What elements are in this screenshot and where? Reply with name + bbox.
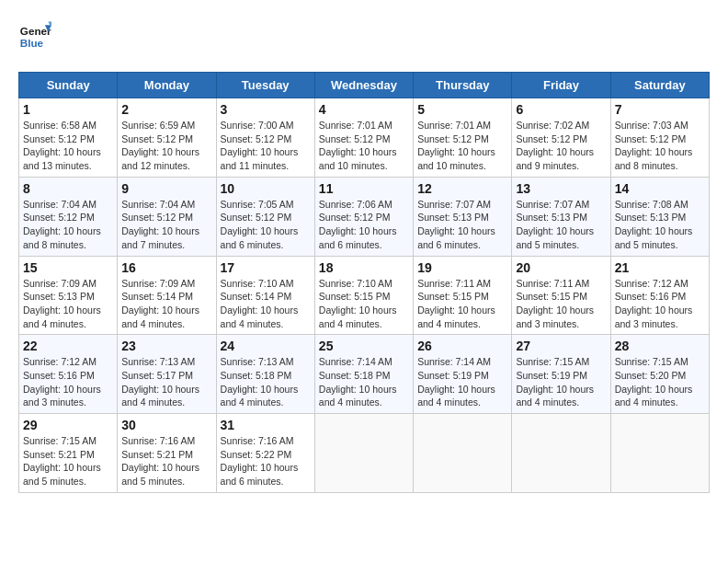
day-number: 19 (417, 260, 507, 275)
day-info: Sunrise: 7:07 AM Sunset: 5:13 PM Dayligh… (516, 198, 606, 252)
day-info: Sunrise: 7:15 AM Sunset: 5:21 PM Dayligh… (23, 434, 113, 488)
day-number: 5 (417, 102, 507, 117)
day-number: 24 (221, 339, 311, 353)
day-info: Sunrise: 7:01 AM Sunset: 5:12 PM Dayligh… (319, 119, 409, 173)
day-number: 26 (417, 339, 507, 353)
logo: General Blue (18, 18, 55, 52)
day-number: 13 (516, 181, 606, 196)
table-row: 31 Sunrise: 7:16 AM Sunset: 5:22 PM Dayl… (216, 414, 314, 493)
day-number: 31 (221, 418, 311, 432)
table-row: 27 Sunrise: 7:15 AM Sunset: 5:19 PM Dayl… (512, 335, 610, 414)
table-row: 16 Sunrise: 7:09 AM Sunset: 5:14 PM Dayl… (118, 256, 216, 335)
table-row: 8 Sunrise: 7:04 AM Sunset: 5:12 PM Dayli… (19, 177, 118, 256)
day-info: Sunrise: 7:11 AM Sunset: 5:15 PM Dayligh… (516, 277, 606, 331)
day-info: Sunrise: 7:13 AM Sunset: 5:18 PM Dayligh… (221, 355, 311, 409)
day-number: 23 (121, 339, 211, 353)
svg-text:Blue: Blue (20, 37, 44, 49)
day-info: Sunrise: 7:15 AM Sunset: 5:20 PM Dayligh… (615, 355, 705, 409)
day-number: 18 (319, 260, 409, 275)
table-row: 13 Sunrise: 7:07 AM Sunset: 5:13 PM Dayl… (512, 177, 610, 256)
day-info: Sunrise: 7:08 AM Sunset: 5:13 PM Dayligh… (615, 198, 705, 252)
table-row: 14 Sunrise: 7:08 AM Sunset: 5:13 PM Dayl… (610, 177, 709, 256)
table-row: 22 Sunrise: 7:12 AM Sunset: 5:16 PM Dayl… (19, 335, 118, 414)
day-number: 20 (516, 260, 606, 275)
day-number: 28 (615, 339, 705, 353)
table-row: 20 Sunrise: 7:11 AM Sunset: 5:15 PM Dayl… (512, 256, 610, 335)
day-info: Sunrise: 7:12 AM Sunset: 5:16 PM Dayligh… (23, 355, 113, 409)
day-number: 11 (319, 181, 409, 196)
table-row (610, 414, 709, 493)
table-row: 6 Sunrise: 7:02 AM Sunset: 5:12 PM Dayli… (512, 98, 610, 178)
day-info: Sunrise: 7:16 AM Sunset: 5:21 PM Dayligh… (121, 434, 211, 488)
day-header-sunday: Sunday (19, 73, 118, 98)
table-row (512, 414, 610, 493)
day-info: Sunrise: 7:11 AM Sunset: 5:15 PM Dayligh… (417, 277, 507, 331)
day-number: 29 (23, 418, 113, 432)
day-number: 14 (615, 181, 705, 196)
day-number: 1 (23, 102, 113, 117)
table-row: 10 Sunrise: 7:05 AM Sunset: 5:12 PM Dayl… (216, 177, 314, 256)
table-row: 11 Sunrise: 7:06 AM Sunset: 5:12 PM Dayl… (314, 177, 413, 256)
day-number: 7 (615, 102, 705, 117)
table-row: 24 Sunrise: 7:13 AM Sunset: 5:18 PM Dayl… (216, 335, 314, 414)
table-row: 29 Sunrise: 7:15 AM Sunset: 5:21 PM Dayl… (19, 414, 118, 493)
day-info: Sunrise: 7:00 AM Sunset: 5:12 PM Dayligh… (221, 119, 311, 173)
day-info: Sunrise: 7:13 AM Sunset: 5:17 PM Dayligh… (121, 355, 211, 409)
day-info: Sunrise: 6:59 AM Sunset: 5:12 PM Dayligh… (121, 119, 211, 173)
day-number: 6 (516, 102, 606, 117)
table-row: 7 Sunrise: 7:03 AM Sunset: 5:12 PM Dayli… (610, 98, 709, 178)
day-info: Sunrise: 7:02 AM Sunset: 5:12 PM Dayligh… (516, 119, 606, 173)
table-row: 1 Sunrise: 6:58 AM Sunset: 5:12 PM Dayli… (19, 98, 118, 178)
day-info: Sunrise: 7:10 AM Sunset: 5:15 PM Dayligh… (319, 277, 409, 331)
day-number: 9 (121, 181, 211, 196)
table-row: 9 Sunrise: 7:04 AM Sunset: 5:12 PM Dayli… (118, 177, 216, 256)
day-number: 22 (23, 339, 113, 353)
table-row: 30 Sunrise: 7:16 AM Sunset: 5:21 PM Dayl… (118, 414, 216, 493)
day-info: Sunrise: 7:07 AM Sunset: 5:13 PM Dayligh… (417, 198, 507, 252)
table-row (414, 414, 512, 493)
table-row: 15 Sunrise: 7:09 AM Sunset: 5:13 PM Dayl… (19, 256, 118, 335)
day-number: 12 (417, 181, 507, 196)
table-row: 26 Sunrise: 7:14 AM Sunset: 5:19 PM Dayl… (414, 335, 512, 414)
day-info: Sunrise: 7:04 AM Sunset: 5:12 PM Dayligh… (121, 198, 211, 252)
day-info: Sunrise: 7:06 AM Sunset: 5:12 PM Dayligh… (319, 198, 409, 252)
day-info: Sunrise: 7:01 AM Sunset: 5:12 PM Dayligh… (417, 119, 507, 173)
day-info: Sunrise: 7:14 AM Sunset: 5:18 PM Dayligh… (319, 355, 409, 409)
table-row: 3 Sunrise: 7:00 AM Sunset: 5:12 PM Dayli… (216, 98, 314, 178)
day-info: Sunrise: 7:05 AM Sunset: 5:12 PM Dayligh… (221, 198, 311, 252)
day-number: 10 (221, 181, 311, 196)
day-info: Sunrise: 7:15 AM Sunset: 5:19 PM Dayligh… (516, 355, 606, 409)
table-row: 25 Sunrise: 7:14 AM Sunset: 5:18 PM Dayl… (314, 335, 413, 414)
day-header-tuesday: Tuesday (216, 73, 314, 98)
table-row: 4 Sunrise: 7:01 AM Sunset: 5:12 PM Dayli… (314, 98, 413, 178)
day-number: 15 (23, 260, 113, 275)
table-row: 18 Sunrise: 7:10 AM Sunset: 5:15 PM Dayl… (314, 256, 413, 335)
day-number: 4 (319, 102, 409, 117)
table-row: 2 Sunrise: 6:59 AM Sunset: 5:12 PM Dayli… (118, 98, 216, 178)
day-info: Sunrise: 7:16 AM Sunset: 5:22 PM Dayligh… (221, 434, 311, 488)
day-info: Sunrise: 6:58 AM Sunset: 5:12 PM Dayligh… (23, 119, 113, 173)
table-row: 17 Sunrise: 7:10 AM Sunset: 5:14 PM Dayl… (216, 256, 314, 335)
table-row: 19 Sunrise: 7:11 AM Sunset: 5:15 PM Dayl… (414, 256, 512, 335)
day-header-friday: Friday (512, 73, 610, 98)
day-info: Sunrise: 7:09 AM Sunset: 5:13 PM Dayligh… (23, 277, 113, 331)
day-number: 30 (121, 418, 211, 432)
table-row: 12 Sunrise: 7:07 AM Sunset: 5:13 PM Dayl… (414, 177, 512, 256)
general-blue-icon: General Blue (18, 18, 51, 52)
calendar-table: SundayMondayTuesdayWednesdayThursdayFrid… (18, 72, 710, 493)
day-number: 21 (615, 260, 705, 275)
day-header-thursday: Thursday (414, 73, 512, 98)
table-row: 28 Sunrise: 7:15 AM Sunset: 5:20 PM Dayl… (610, 335, 709, 414)
day-header-monday: Monday (118, 73, 216, 98)
table-row (314, 414, 413, 493)
day-number: 25 (319, 339, 409, 353)
day-info: Sunrise: 7:03 AM Sunset: 5:12 PM Dayligh… (615, 119, 705, 173)
day-number: 8 (23, 181, 113, 196)
day-info: Sunrise: 7:10 AM Sunset: 5:14 PM Dayligh… (221, 277, 311, 331)
day-header-wednesday: Wednesday (314, 73, 413, 98)
day-number: 3 (221, 102, 311, 117)
day-info: Sunrise: 7:14 AM Sunset: 5:19 PM Dayligh… (417, 355, 507, 409)
table-row: 5 Sunrise: 7:01 AM Sunset: 5:12 PM Dayli… (414, 98, 512, 178)
day-number: 16 (121, 260, 211, 275)
day-number: 27 (516, 339, 606, 353)
